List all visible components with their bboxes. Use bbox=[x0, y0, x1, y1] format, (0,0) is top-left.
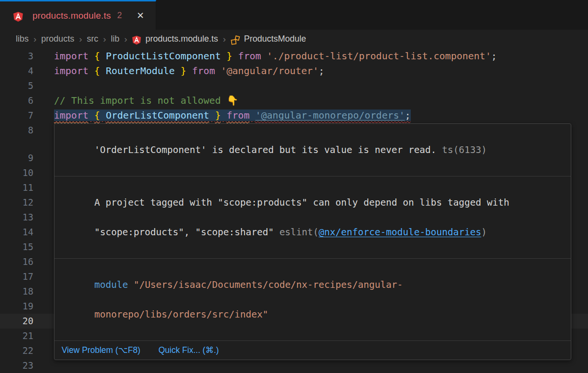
line-number: 13 bbox=[0, 210, 33, 225]
class-symbol-icon bbox=[231, 35, 240, 45]
line-number: 21 bbox=[0, 329, 33, 343]
line-number: 14 bbox=[0, 225, 33, 240]
chevron-right-icon: › bbox=[33, 34, 36, 44]
line-number: 6 bbox=[0, 93, 33, 108]
quick-fix-action[interactable]: Quick Fix... (⌘.) bbox=[159, 345, 219, 355]
code-token bbox=[100, 65, 106, 77]
code-token: OrderListComponent bbox=[106, 110, 209, 121]
code-token: ; bbox=[491, 50, 497, 62]
ts-error-code: ts(6133) bbox=[437, 144, 487, 155]
code-line-5[interactable] bbox=[54, 78, 588, 93]
line-number: 18 bbox=[0, 284, 33, 299]
eslint-source-suffix: ) bbox=[481, 227, 487, 238]
line-number: 5 bbox=[0, 78, 33, 93]
code-token: from bbox=[238, 50, 261, 62]
breadcrumb-item-libs[interactable]: libs bbox=[16, 34, 29, 44]
code-line-7[interactable]: import { OrderListComponent } from '@ang… bbox=[54, 108, 588, 123]
breadcrumb-item-symbol[interactable]: ProductsModule bbox=[244, 34, 306, 44]
view-problem-action[interactable]: View Problem (⌥F8) bbox=[62, 345, 140, 355]
hover-ts-error-section: 'OrderListComponent' is declared but its… bbox=[54, 124, 571, 176]
line-number: 3 bbox=[0, 49, 33, 64]
code-token: { bbox=[94, 110, 100, 121]
line-number: 19 bbox=[0, 299, 33, 314]
chevron-right-icon: › bbox=[223, 34, 225, 44]
code-token bbox=[175, 65, 181, 77]
eslint-message-line2: "scope:products", "scope:shared" bbox=[94, 227, 279, 238]
code-token: import bbox=[54, 50, 88, 62]
hover-action-bar: View Problem (⌥F8) Quick Fix... (⌘.) bbox=[54, 341, 571, 360]
code-token bbox=[215, 65, 221, 77]
code-token bbox=[100, 110, 106, 121]
line-number: 16 bbox=[0, 254, 33, 269]
line-number: 12 bbox=[0, 195, 33, 210]
breadcrumb: libs › products › src › lib › products.m… bbox=[0, 30, 588, 48]
line-number: 8 bbox=[0, 123, 33, 138]
code-token bbox=[209, 110, 215, 121]
code-token: // This import is not allowed 👇 bbox=[54, 95, 238, 106]
code-line-3[interactable]: import { ProductListComponent } from './… bbox=[54, 49, 588, 64]
code-line-23[interactable] bbox=[54, 358, 588, 373]
vscode-window: products.module.ts 2 ✕ libs › products ›… bbox=[0, 0, 588, 373]
code-token: from bbox=[226, 110, 249, 121]
code-line-6[interactable]: // This import is not allowed 👇 bbox=[54, 93, 588, 108]
code-token bbox=[88, 50, 94, 62]
code-token bbox=[88, 65, 94, 77]
line-number: 22 bbox=[0, 343, 33, 358]
line-number: 11 bbox=[0, 180, 33, 195]
code-token bbox=[261, 50, 267, 62]
line-number: 4 bbox=[0, 64, 33, 78]
code-token: { bbox=[94, 50, 100, 62]
code-token bbox=[186, 65, 192, 77]
code-token: ProductListComponent bbox=[106, 50, 221, 62]
code-token: } bbox=[226, 50, 232, 62]
hover-module-section: module "/Users/isaac/Documents/code/nx-r… bbox=[54, 259, 571, 341]
eslint-source-prefix: eslint( bbox=[279, 227, 319, 238]
line-number: 23 bbox=[0, 358, 33, 373]
code-token: } bbox=[181, 65, 186, 77]
angular-file-icon bbox=[132, 35, 141, 45]
code-token: ; bbox=[319, 65, 324, 77]
code-token: '@angular/router' bbox=[221, 65, 319, 77]
code-token: RouterModule bbox=[106, 65, 175, 77]
code-token bbox=[88, 110, 94, 121]
line-number: 17 bbox=[0, 269, 33, 284]
line-number: 10 bbox=[0, 165, 33, 180]
code-token: } bbox=[215, 110, 221, 121]
error-hover-tooltip: 'OrderListComponent' is declared but its… bbox=[54, 123, 571, 360]
eslint-rule-link[interactable]: @nx/enforce-module-boundaries bbox=[319, 227, 481, 238]
module-path-line1: "/Users/isaac/Documents/code/nx-recipes/… bbox=[128, 279, 403, 290]
angular-file-icon bbox=[13, 11, 23, 22]
code-line-4[interactable]: import { RouterModule } from '@angular/r… bbox=[54, 64, 588, 78]
code-token: import bbox=[54, 65, 88, 77]
line-number: 20 bbox=[0, 314, 33, 329]
module-keyword: module bbox=[94, 279, 128, 290]
breadcrumb-item-src[interactable]: src bbox=[87, 34, 98, 44]
hover-eslint-section: A project tagged with "scope:products" c… bbox=[54, 176, 571, 259]
breadcrumb-item-products[interactable]: products bbox=[41, 34, 74, 44]
code-token: './product-list/product-list.component' bbox=[267, 50, 492, 62]
breadcrumb-item-file[interactable]: products.module.ts bbox=[145, 34, 218, 44]
code-token: { bbox=[94, 65, 100, 77]
editor-tab-bar: products.module.ts 2 ✕ bbox=[0, 0, 588, 30]
line-number: 9 bbox=[0, 151, 33, 165]
tab-problem-count: 2 bbox=[117, 11, 122, 21]
breadcrumb-item-lib[interactable]: lib bbox=[111, 34, 119, 44]
close-icon[interactable]: ✕ bbox=[135, 10, 146, 21]
code-token: ; bbox=[405, 110, 411, 121]
code-token bbox=[232, 50, 238, 62]
tab-title: products.module.ts bbox=[32, 11, 111, 21]
ts-error-message: 'OrderListComponent' is declared but its… bbox=[94, 144, 436, 155]
code-token bbox=[221, 110, 226, 121]
tab-products-module[interactable]: products.module.ts 2 ✕ bbox=[0, 0, 156, 30]
error-highlight-range: import { OrderListComponent } from '@ang… bbox=[54, 110, 411, 121]
code-token: from bbox=[192, 65, 215, 77]
eslint-message-line1: A project tagged with "scope:products" c… bbox=[94, 197, 509, 208]
code-token: import bbox=[54, 110, 88, 121]
chevron-right-icon: › bbox=[79, 34, 82, 44]
line-number: 7 bbox=[0, 108, 33, 123]
chevron-right-icon: › bbox=[103, 34, 106, 44]
code-token bbox=[221, 50, 226, 62]
code-token: '@angular-monorepo/orders' bbox=[256, 110, 405, 121]
line-number: 15 bbox=[0, 240, 33, 254]
code-token bbox=[249, 110, 255, 121]
